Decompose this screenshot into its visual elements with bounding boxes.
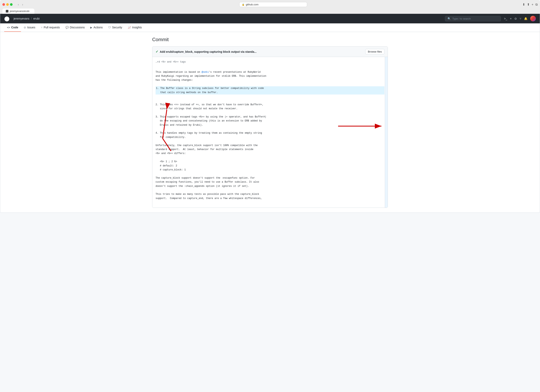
breadcrumb-separator: /: [31, 17, 32, 20]
page-title: Commit: [152, 37, 388, 42]
github-logo[interactable]: ⬤: [4, 16, 10, 21]
sidebar-item-actions[interactable]: ▶ Actions: [87, 23, 105, 32]
github-header: ⬤ jeremyevans / erubi 🔍 Type / to search…: [0, 14, 540, 23]
pr-icon[interactable]: ⑂: [520, 17, 521, 20]
commit-item-2: 2. This uses <<= instead of +=, so that …: [155, 103, 266, 200]
scrollbar-highlight-indicator: [385, 57, 388, 208]
breadcrumb-repo[interactable]: erubi: [33, 17, 40, 20]
pr-nav-icon: ⑂: [41, 26, 43, 29]
commit-truncated-line: …rd <%= and <%== tags: [155, 60, 385, 64]
nav-security-label: Security: [112, 26, 122, 29]
repo-wrapper: Commit ✓ Add erubi/capture_block, suppor…: [152, 37, 388, 208]
close-button[interactable]: [2, 3, 5, 6]
mention-seki[interactable]: @seki: [201, 71, 209, 74]
back-button[interactable]: ‹: [17, 2, 20, 7]
content-area: Commit ✓ Add erubi/capture_block, suppor…: [0, 32, 540, 213]
nav-pr-label: Pull requests: [44, 26, 60, 29]
sidebar-item-security[interactable]: 🛡 Security: [105, 23, 125, 32]
commit-item-1: 1. The Buffer class is a String subclass…: [155, 86, 385, 95]
address-bar-area: 🔒 github.com: [26, 2, 520, 7]
search-icon: 🔍: [448, 17, 451, 20]
check-icon: ✓: [155, 50, 158, 54]
share-icon[interactable]: ⬆: [527, 3, 530, 6]
breadcrumb: jeremyevans / erubi: [14, 17, 40, 20]
browser-chrome: ‹ › 🔒 github.com ⬇ ⬆ + ⧉ ⬛ jeremyevans/e…: [0, 0, 540, 14]
actions-icon: ▶: [90, 26, 92, 29]
commit-box: ✓ Add erubi/capture_block, supporting ca…: [152, 46, 388, 208]
address-bar[interactable]: 🔒 github.com: [239, 2, 307, 7]
browser-nav: ‹ ›: [17, 2, 24, 7]
traffic-lights: [2, 3, 13, 6]
forward-button[interactable]: ›: [21, 2, 24, 7]
sidebar-item-code[interactable]: <> Code: [4, 23, 21, 32]
download-icon[interactable]: ⬇: [522, 3, 525, 6]
tab-favicon: ⬛: [5, 10, 9, 13]
browser-titlebar: ‹ › 🔒 github.com ⬇ ⬆ + ⧉: [2, 2, 538, 7]
lock-icon: 🔒: [242, 3, 245, 6]
issues-icon: ⊙: [24, 26, 26, 29]
browser-tabs: ⬛ jeremyevans/erubi: [2, 9, 538, 14]
security-icon: 🛡: [108, 26, 111, 29]
breadcrumb-user[interactable]: jeremyevans: [14, 17, 29, 20]
sidebar-item-discussions[interactable]: 💬 Discussions: [63, 23, 88, 32]
nav-code-label: Code: [11, 26, 18, 29]
discussions-icon: 💬: [65, 26, 69, 29]
terminal-icon[interactable]: >_: [504, 17, 507, 20]
main-window: ⬤ jeremyevans / erubi 🔍 Type / to search…: [0, 14, 540, 213]
nav-issues-label: Issues: [27, 26, 35, 29]
sidebar-item-issues[interactable]: ⊙ Issues: [21, 23, 38, 32]
sidebar-item-insights[interactable]: 📈 Insights: [125, 23, 145, 32]
url-text: github.com: [246, 3, 259, 6]
nav-insights-label: Insights: [132, 26, 142, 29]
search-bar[interactable]: 🔍 Type / to search: [445, 16, 501, 21]
code-icon: <>: [7, 26, 10, 29]
issue-icon[interactable]: ⊙: [515, 17, 517, 20]
tab-title: jeremyevans/erubi: [10, 10, 29, 13]
maximize-button[interactable]: [10, 3, 13, 6]
minimize-button[interactable]: [6, 3, 9, 6]
avatar[interactable]: [530, 16, 536, 21]
search-placeholder: Type / to search: [452, 17, 471, 20]
browse-files-button[interactable]: Browse files: [365, 49, 385, 54]
repo-nav: <> Code ⊙ Issues ⑂ Pull requests 💬 Discu…: [0, 23, 540, 32]
commit-title: ✓ Add erubi/capture_block, supporting ca…: [155, 50, 257, 54]
new-tab-icon[interactable]: +: [532, 3, 533, 6]
commit-body: …rd <%= and <%== tags This implementatio…: [152, 57, 388, 208]
plus-icon[interactable]: +: [510, 17, 512, 20]
nav-actions-label: Actions: [94, 26, 103, 29]
insights-icon: 📈: [128, 26, 131, 29]
commit-paragraph-1: This implementation is based on @seki's …: [155, 71, 266, 82]
commit-header: ✓ Add erubi/capture_block, supporting ca…: [152, 46, 388, 57]
browser-tab-active[interactable]: ⬛ jeremyevans/erubi: [2, 9, 34, 14]
notification-icon[interactable]: 🔔: [524, 17, 527, 20]
commit-text: This implementation is based on @seki's …: [155, 66, 385, 204]
header-actions: >_ + ⊙ ⑂ 🔔: [504, 16, 536, 21]
sidebar-icon[interactable]: ⧉: [535, 3, 538, 6]
commit-title-text: Add erubi/capture_block, supporting capt…: [160, 50, 257, 53]
nav-discussions-label: Discussions: [70, 26, 85, 29]
commit-content-wrapper: …rd <%= and <%== tags This implementatio…: [152, 57, 388, 208]
sidebar-item-pull-requests[interactable]: ⑂ Pull requests: [38, 23, 63, 32]
browser-actions: ⬇ ⬆ + ⧉: [522, 3, 538, 6]
